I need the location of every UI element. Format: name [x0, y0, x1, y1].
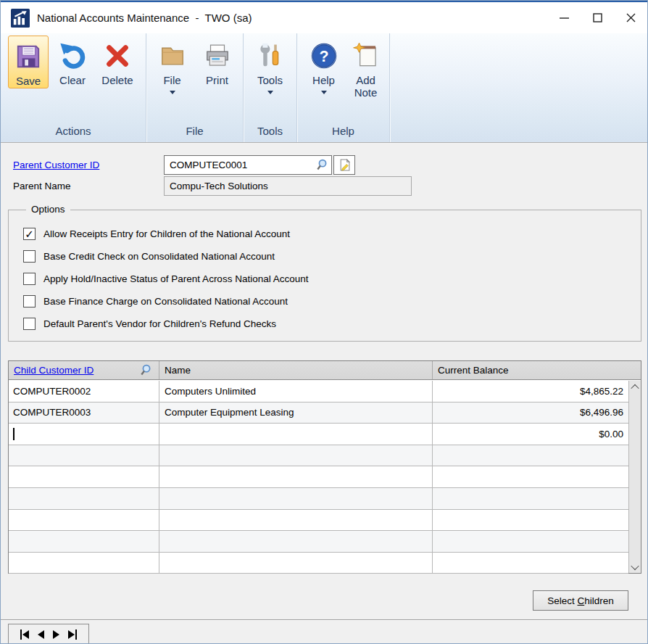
checkbox-unchecked-icon[interactable] — [23, 295, 36, 307]
vertical-scrollbar[interactable] — [628, 381, 641, 573]
last-record-button[interactable] — [68, 629, 77, 640]
printer-icon — [204, 38, 231, 73]
title-bar: National Accounts Maintenance - TWO (sa) — [1, 2, 647, 33]
options-legend: Options — [26, 204, 70, 215]
tools-menu-label: Tools — [257, 75, 283, 87]
name-column-header: Name — [159, 361, 433, 379]
magnifier-icon — [316, 159, 328, 171]
checkbox-label: Allow Receipts Entry for Children of the… — [43, 228, 290, 239]
chevron-up-icon — [631, 384, 639, 392]
checkbox-default-parents-vendor[interactable]: Default Parent's Vendor for Children's R… — [23, 318, 276, 330]
table-row-empty[interactable] — [9, 445, 628, 467]
child-id-cell[interactable]: COMPUTER0002 — [9, 381, 159, 402]
next-record-icon — [53, 630, 59, 639]
add-note-button[interactable]: Add Note — [348, 36, 384, 99]
next-record-button[interactable] — [53, 629, 59, 640]
note-icon — [338, 159, 351, 171]
ribbon-toolbar: Save Clear — [1, 33, 647, 143]
table-row-empty[interactable] — [9, 531, 628, 553]
table-header: Child Customer ID Name Current Balance — [9, 361, 641, 380]
chevron-down-icon — [170, 91, 175, 94]
chevron-down-icon — [631, 561, 639, 569]
minimize-icon — [560, 13, 569, 22]
chevron-down-icon — [321, 91, 327, 94]
table-row-empty[interactable] — [9, 510, 628, 532]
table-row-active[interactable]: $0.00 — [9, 424, 628, 445]
table-row[interactable]: COMPUTER0002 Computers Unlimited $4,865.… — [9, 381, 628, 402]
help-menu-button[interactable]: ? Help — [303, 36, 345, 94]
help-menu-label: Help — [312, 75, 335, 87]
wrench-screwdriver-icon — [257, 38, 284, 73]
tools-menu-button[interactable]: Tools — [249, 36, 291, 94]
child-customer-id-column-link[interactable]: Child Customer ID — [14, 365, 94, 376]
checkbox-unchecked-icon[interactable] — [23, 273, 36, 285]
ribbon-group-help: ? Help Add Note — [297, 33, 390, 142]
chevron-down-icon — [267, 91, 273, 94]
select-children-button[interactable]: Select Children — [533, 590, 628, 611]
ribbon-group-file: File Print File — [146, 33, 244, 142]
scroll-down-button[interactable] — [629, 561, 641, 573]
clear-button[interactable]: Clear — [51, 36, 94, 87]
checkbox-base-finance-charge[interactable]: Base Finance Charge on Consolidated Nati… — [23, 295, 288, 307]
select-children-label: Select Children — [547, 595, 614, 606]
maximize-button[interactable] — [581, 2, 614, 33]
parent-customer-id-value: COMPUTEC0001 — [165, 160, 312, 170]
first-record-icon — [20, 629, 22, 640]
table-row-empty[interactable] — [9, 553, 628, 574]
delete-button-label: Delete — [101, 75, 133, 87]
minimize-button[interactable] — [547, 2, 581, 33]
previous-record-button[interactable] — [38, 629, 44, 640]
table-body: COMPUTER0002 Computers Unlimited $4,865.… — [9, 381, 628, 573]
child-name-cell[interactable]: Computer Equipment Leasing — [159, 402, 433, 424]
checkbox-base-credit-check[interactable]: Base Credit Check on Consolidated Nation… — [23, 250, 275, 263]
parent-customer-id-link[interactable]: Parent Customer ID — [13, 155, 99, 175]
text-cursor — [13, 428, 14, 440]
ribbon-group-actions-caption: Actions — [1, 123, 146, 142]
ribbon-group-tools-caption: Tools — [244, 123, 296, 142]
first-record-button[interactable] — [20, 629, 29, 640]
file-menu-button[interactable]: File — [151, 36, 194, 94]
record-browse-control — [8, 624, 89, 644]
checkbox-label: Apply Hold/Inactive Status of Parent Acr… — [43, 273, 308, 284]
print-button-label: Print — [206, 75, 228, 87]
scroll-up-button[interactable] — [629, 381, 641, 393]
close-button[interactable] — [614, 2, 647, 33]
child-lookup-button[interactable] — [136, 362, 155, 379]
table-row[interactable]: COMPUTER0003 Computer Equipment Leasing … — [9, 402, 628, 424]
footer-divider — [1, 619, 648, 620]
undo-arrow-icon — [59, 38, 86, 73]
balance-cell: $4,865.22 — [433, 381, 628, 402]
table-row-empty[interactable] — [9, 488, 628, 510]
print-button[interactable]: Print — [196, 36, 238, 87]
national-accounts-maintenance-window: National Accounts Maintenance - TWO (sa) — [0, 0, 648, 644]
parent-note-button[interactable] — [333, 155, 355, 175]
checkbox-label: Base Credit Check on Consolidated Nation… — [43, 251, 275, 262]
add-note-label: Add Note — [351, 75, 381, 99]
child-name-cell[interactable]: Computers Unlimited — [159, 381, 433, 402]
parent-customer-id-input[interactable]: COMPUTEC0001 — [164, 155, 332, 175]
ribbon-filler — [390, 33, 647, 142]
table-row-empty[interactable] — [9, 466, 628, 488]
checkbox-unchecked-icon[interactable] — [23, 318, 36, 330]
parent-name-label: Parent Name — [13, 176, 71, 196]
red-x-icon — [104, 38, 131, 73]
parent-name-field: Compu-Tech Solutions — [164, 176, 412, 196]
checkbox-unchecked-icon[interactable] — [23, 250, 36, 263]
ribbon-group-actions: Save Clear — [1, 33, 146, 142]
last-record-icon — [68, 630, 75, 639]
child-id-cell[interactable]: COMPUTER0003 — [9, 402, 159, 424]
child-id-cell-editing[interactable] — [9, 424, 159, 445]
current-balance-column-header: Current Balance — [433, 361, 641, 379]
file-menu-label: File — [163, 75, 180, 87]
child-name-cell[interactable] — [159, 424, 433, 445]
balance-cell: $6,496.96 — [433, 402, 628, 424]
checkbox-allow-receipts[interactable]: ✓ Allow Receipts Entry for Children of t… — [23, 228, 290, 240]
clear-button-label: Clear — [59, 75, 86, 87]
checkbox-checked-icon[interactable]: ✓ — [23, 228, 36, 240]
parent-lookup-button[interactable] — [312, 157, 331, 173]
ribbon-group-tools: Tools Tools — [244, 33, 297, 142]
delete-button[interactable]: Delete — [96, 36, 138, 87]
checkbox-apply-hold-inactive[interactable]: Apply Hold/Inactive Status of Parent Acr… — [23, 273, 308, 285]
save-button[interactable]: Save — [8, 36, 49, 88]
magnifier-icon — [140, 364, 152, 376]
